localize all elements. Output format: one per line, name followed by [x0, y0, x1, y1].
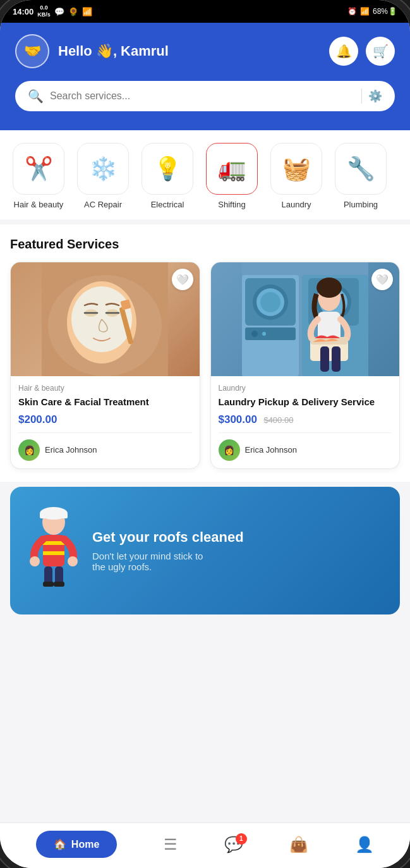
notification-button[interactable]: 🔔 [329, 37, 358, 66]
category-label-shifting: Shifting [218, 200, 245, 209]
card-body-laundry: Laundry Laundry Pickup & Delivery Servic… [211, 376, 400, 468]
bell-icon: 🔔 [336, 44, 352, 59]
svg-rect-32 [40, 513, 68, 518]
author-name-1: Erica Johnson [45, 445, 97, 455]
service-card-laundry[interactable]: 🤍 Laundry Laundry Pickup & Delivery Serv… [210, 262, 401, 469]
category-electrical[interactable]: 💡 Electrical [139, 143, 196, 209]
status-time: 14:00 [13, 7, 33, 16]
featured-title: Featured Services [10, 237, 400, 252]
chat-notification-badge: 1 [236, 833, 247, 845]
card-divider-2 [219, 432, 392, 433]
category-label-plumbing: Plumbing [344, 200, 378, 209]
svg-rect-34 [43, 541, 64, 545]
logo: 🤝 [15, 34, 49, 68]
cart-icon: 🛒 [373, 44, 389, 59]
card-author-laundry: 👩 Erica Johnson [219, 439, 392, 461]
electrical-icon-box: 💡 [142, 143, 193, 195]
svg-point-24 [317, 278, 342, 298]
category-laundry[interactable]: 🧺 Laundry [268, 143, 325, 209]
heart-btn-skincare[interactable]: 🤍 [172, 269, 193, 290]
svg-rect-29 [332, 346, 341, 372]
status-bar: 14:00 0.0KB/s 💬 🌻 📶 ⏰ 📶 68%🔋 [0, 0, 410, 23]
laundry-icon-box: 🧺 [270, 143, 322, 195]
bag-nav-button[interactable]: 👜 [289, 836, 308, 853]
header-top: 🤝 Hello 👋, Kamrul 🔔 🛒 [15, 34, 395, 68]
card-image-laundry: 🤍 [211, 262, 400, 376]
author-avatar-1: 👩 [18, 439, 40, 461]
wifi-icon: 📶 [360, 7, 370, 16]
card-category-laundry: Laundry [219, 384, 392, 393]
promo-banner: Get your roofs cleaned Don't let your mi… [10, 487, 400, 614]
bottom-nav: 🏠 Home ☰ 💬 1 👜 👤 [0, 822, 410, 868]
heart-btn-laundry[interactable]: 🤍 [371, 269, 393, 290]
header: 🤝 Hello 👋, Kamrul 🔔 🛒 🔍 ⚙️ [0, 23, 410, 130]
author-name-2: Erica Johnson [245, 445, 297, 455]
service-card-skincare[interactable]: 🤍 Hair & beauty Skin Care & Facial Treat… [10, 262, 200, 469]
phone-frame: 14:00 0.0KB/s 💬 🌻 📶 ⏰ 📶 68%🔋 🤝 Hello 👋, … [0, 0, 410, 868]
card-title-skincare: Skin Care & Facial Treatment [18, 396, 192, 408]
menu-nav-button[interactable]: ☰ [164, 836, 178, 853]
category-label-hair: Hair & beauty [14, 200, 64, 209]
promo-text: Get your roofs cleaned Don't let your mi… [92, 529, 244, 572]
category-hair-beauty[interactable]: ✂️ Hair & beauty [10, 143, 67, 209]
status-data: 0.0KB/s [37, 4, 51, 18]
header-icons: 🔔 🛒 [329, 37, 395, 66]
battery-level: 68%🔋 [373, 7, 397, 16]
card-category-skincare: Hair & beauty [18, 384, 192, 393]
svg-point-22 [262, 332, 266, 336]
promo-worker-icon [25, 504, 82, 597]
promo-title: Get your roofs cleaned [92, 529, 244, 546]
category-label-electrical: Electrical [151, 200, 184, 209]
categories-section: ✂️ Hair & beauty ❄️ AC Repair 💡 Electric… [0, 130, 410, 219]
card-body-skincare: Hair & beauty Skin Care & Facial Treatme… [11, 376, 200, 468]
cart-button[interactable]: 🛒 [366, 37, 395, 66]
card-author-skincare: 👩 Erica Johnson [18, 439, 192, 461]
svg-point-37 [68, 556, 78, 566]
search-input[interactable] [50, 90, 355, 102]
promo-subtitle: Don't let your mind stick tothe ugly roo… [92, 551, 244, 572]
category-shifting[interactable]: 🚛 Shifting [203, 143, 260, 209]
svg-rect-41 [54, 582, 64, 587]
messenger-icon: 💬 [54, 7, 64, 16]
profile-nav-button[interactable]: 👤 [355, 836, 374, 853]
face-treatment-visual [11, 262, 200, 376]
card-image-skincare: 🤍 [11, 262, 200, 376]
svg-point-16 [260, 292, 280, 312]
home-icon: 🏠 [54, 838, 66, 850]
svg-point-21 [251, 331, 258, 337]
category-label-laundry: Laundry [282, 200, 311, 209]
search-icon: 🔍 [28, 89, 44, 104]
svg-rect-28 [320, 346, 329, 372]
header-left: 🤝 Hello 👋, Kamrul [15, 34, 169, 68]
shifting-icon-box: 🚛 [206, 143, 258, 195]
plumbing-icon-box: 🔧 [335, 143, 387, 195]
ac-repair-icon-box: ❄️ [77, 143, 129, 195]
card-divider-1 [18, 432, 192, 433]
svg-rect-35 [43, 551, 64, 555]
sunflower-icon: 🌻 [68, 7, 78, 16]
svg-point-36 [30, 556, 40, 566]
sim-icon: 📶 [82, 7, 92, 16]
promo-section: Get your roofs cleaned Don't let your mi… [0, 487, 410, 625]
search-bar: 🔍 ⚙️ [15, 81, 395, 111]
card-price-skincare: $200.00 [18, 413, 192, 426]
author-avatar-2: 👩 [219, 439, 240, 461]
search-divider [361, 89, 362, 104]
home-nav-button[interactable]: 🏠 Home [36, 831, 117, 858]
chat-nav-button[interactable]: 💬 1 [224, 836, 243, 853]
filter-icon[interactable]: ⚙️ [368, 89, 382, 103]
alarm-icon: ⏰ [347, 7, 357, 16]
card-price-laundry: $300.00 $400.00 [219, 413, 392, 426]
category-plumbing[interactable]: 🔧 Plumbing [332, 143, 389, 209]
category-label-ac: AC Repair [84, 200, 122, 209]
categories-row: ✂️ Hair & beauty ❄️ AC Repair 💡 Electric… [10, 143, 400, 209]
category-ac-repair[interactable]: ❄️ AC Repair [75, 143, 131, 209]
card-title-laundry: Laundry Pickup & Delivery Service [219, 396, 392, 408]
greeting-text: Hello 👋, Kamrul [58, 43, 169, 59]
cards-row: 🤍 Hair & beauty Skin Care & Facial Treat… [10, 262, 400, 469]
hair-beauty-icon-box: ✂️ [13, 143, 64, 195]
status-right: ⏰ 📶 68%🔋 [347, 7, 397, 16]
featured-section: Featured Services [0, 224, 410, 482]
home-label: Home [71, 839, 99, 850]
svg-rect-40 [43, 582, 54, 587]
